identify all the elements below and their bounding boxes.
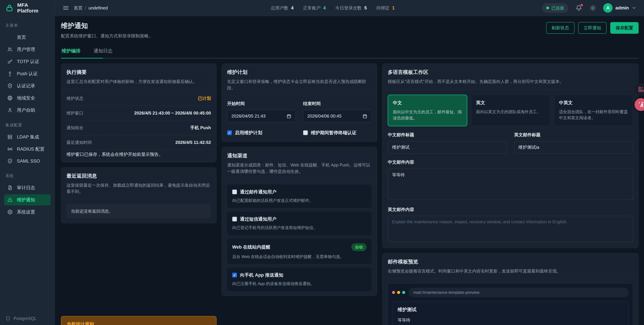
checkbox-label: 启用维护计划 — [235, 130, 262, 136]
status-badge: 已计划 — [198, 95, 211, 101]
channel-desc: 向已配置邮箱的活跃用户发送正式维护邮件。 — [232, 198, 366, 204]
key-icon — [7, 59, 13, 64]
maintenance-plan-card: 维护计划 先定义窗口和登录策略，维护状态卡会立即反映当前是否进入预告或阻断阶段。… — [222, 64, 377, 142]
globe-icon — [7, 95, 13, 101]
start-time-input[interactable]: 2026/04/05 21:43 — [227, 110, 296, 122]
checkbox[interactable] — [232, 273, 237, 278]
start-time-label: 开始时间 — [227, 101, 296, 107]
zh-body-label: 中文邮件内容 — [388, 159, 633, 165]
hamburger-menu-icon[interactable] — [62, 4, 69, 11]
card-title: 最近返回消息 — [66, 173, 211, 179]
row-label: 维护窗口 — [66, 110, 83, 116]
notify-now-button[interactable]: 立即通知 — [578, 22, 606, 34]
breadcrumb-home[interactable]: 首页 — [74, 5, 82, 11]
warning-triangle-icon — [7, 197, 13, 203]
sidebar-item-label: LDAP 集成 — [17, 134, 39, 140]
broadcast-icon — [7, 146, 13, 152]
channel-desc: 后台 Web 在线会话会自动收到实时维护提醒，无需单独勾选。 — [232, 254, 366, 260]
topbar-stats: 总用户数 4 正常账户 4 今日登录次数 5 待绑定 1 — [271, 5, 394, 11]
language-mode-chinese[interactable]: 中文 面向以中文为主的员工，邮件最短、阅读负担最低。 — [388, 95, 467, 126]
en-body-textarea[interactable] — [388, 216, 633, 242]
page-content: 维护通知 配置系统维护窗口、通知方式和登录限制策略。 刷新状态 立即通知 保存配… — [55, 16, 644, 325]
tab-track — [61, 58, 638, 58]
sidebar-item-home[interactable]: 首页 — [4, 32, 51, 43]
checkbox[interactable] — [232, 217, 237, 221]
tab-active-indicator — [61, 58, 103, 58]
card-subtitle: 这里保留最近一次保存、加载或立即通知的返回结果，避免提示条自动关闭后看不到。 — [66, 182, 211, 195]
sun-icon[interactable] — [589, 4, 596, 11]
language-mode-english[interactable]: 英文 面向以英文为主的团队或海外员工。 — [471, 95, 550, 126]
tab-maintenance-orchestration[interactable]: 维护编排 — [62, 48, 80, 58]
sidebar-item-geo-security[interactable]: 地域安全 — [4, 92, 51, 104]
mail-preview-content: 维护测试 等等待 开始时间：2026/4/5 21:43:00 结束时间：202… — [392, 301, 629, 325]
channel-desc: 向已注册手机 App 的设备发送移动推送通知。 — [232, 281, 366, 287]
translate-fab[interactable] — [634, 98, 644, 111]
end-time-input[interactable]: 2026/04/06 00:45 — [303, 110, 372, 122]
sidebar-item-ldap[interactable]: LDAP 集成 — [4, 131, 51, 142]
checkbox[interactable] — [303, 130, 308, 135]
sidebar-item-users[interactable]: 用户管理 — [4, 44, 51, 55]
channel-app-push-toggle[interactable]: 向手机 App 推送通知 — [232, 272, 366, 278]
row-label: 最近通知时间 — [66, 140, 92, 145]
mode-title: 中文 — [393, 100, 462, 106]
sidebar-item-totp[interactable]: TOTP 认证 — [4, 56, 51, 67]
checkbox[interactable] — [227, 130, 232, 135]
summary-row-window: 维护窗口 2026/4/5 21:43:00 ~ 2026/4/6 00:45:… — [66, 106, 211, 120]
mail-subject: 维护测试 — [398, 307, 623, 313]
refresh-status-button[interactable]: 刷新状态 — [546, 22, 574, 34]
stat-label: 总用户数 — [271, 5, 288, 11]
card-title: 多语言模板工作区 — [388, 69, 633, 76]
sidebar-item-maintenance-notice[interactable]: 维护通知 — [4, 194, 51, 205]
channel-email-toggle[interactable]: 通过邮件通知用户 — [232, 189, 366, 195]
bell-icon[interactable] — [575, 4, 582, 12]
sidebar-item-saml[interactable]: SAML SSO — [4, 156, 51, 166]
summary-row-channels: 通知组合 手机 Push — [66, 120, 211, 135]
sidebar-item-radius[interactable]: RADIUS 配置 — [4, 144, 51, 155]
language-mode-bilingual[interactable]: 中英文 适合混合团队，在一封邮件里同时覆盖中文和英文阅读者。 — [554, 95, 633, 126]
user-menu[interactable]: A admin — [603, 3, 636, 13]
preview-url-bar: mail://maintenance-template-preview — [408, 288, 629, 297]
stat-active-accounts: 正常账户 4 — [303, 5, 326, 11]
email-preview-card: 邮件模板预览 右侧预览会随着语言模式、时间窗口和中英文内容实时更新，发送前即可直… — [382, 253, 638, 325]
sidebar-section-integration: 集成配置 — [0, 120, 55, 130]
recent-messages-card: 最近返回消息 这里保留最近一次保存、加载或立即通知的返回结果，避免提示条自动关闭… — [61, 167, 216, 223]
gear-icon — [7, 209, 13, 215]
execution-summary-card: 执行摘要 这里汇总当前配置对用户体验的影响，方便在发送通知前做最后确认。 维护状… — [61, 64, 216, 162]
sidebar-item-self-service[interactable]: 用户自助 — [4, 105, 51, 116]
end-time-label: 结束时间 — [303, 101, 372, 107]
calendar-icon[interactable] — [362, 114, 368, 119]
callout-title: 当前设计原则 — [67, 321, 211, 325]
mail-preview-browser: mail://maintenance-template-preview 维护测试… — [388, 284, 633, 325]
sidebar-item-push[interactable]: Push 认证 — [4, 68, 51, 79]
sidebar-item-auth-records[interactable]: 认证记录 — [4, 80, 51, 91]
sidebar-item-audit-log[interactable]: 审计日志 — [4, 182, 51, 193]
row-label: 维护状态 — [66, 96, 83, 101]
calendar-icon[interactable] — [286, 114, 292, 119]
stat-label: 正常账户 — [303, 5, 321, 11]
mode-desc: 面向以英文为主的团队或海外员工。 — [476, 109, 545, 115]
sidebar-item-label: TOTP 认证 — [17, 58, 39, 65]
checkbox[interactable] — [232, 190, 237, 194]
notification-channels-card: 通知渠道 通知渠道分成四类：邮件、短信、Web 在线提醒、手机 App Push… — [222, 147, 377, 296]
en-subject-label: 英文邮件标题 — [514, 132, 633, 138]
enable-maintenance-checkbox[interactable]: 启用维护计划 — [227, 130, 296, 136]
stat-label: 今日登录次数 — [335, 5, 362, 11]
apps-sparkle-fab[interactable] — [634, 83, 644, 96]
channel-sms-toggle[interactable]: 通过短信通知用户 — [232, 216, 366, 222]
summary-row-status: 维护状态 已计划 — [66, 91, 211, 106]
zh-body-textarea[interactable]: 等等待 — [388, 168, 633, 200]
pause-terminal-auth-checkbox[interactable]: 维护期间暂停终端认证 — [303, 130, 372, 136]
sidebar-item-settings[interactable]: 系统设置 — [4, 206, 51, 218]
channel-email: 通过邮件通知用户 向已配置邮箱的活跃用户发送正式维护邮件。 — [227, 185, 372, 208]
zh-subject-input[interactable] — [388, 141, 507, 153]
sidebar-nav: 主菜单 首页 用户管理 TOTP 认证 Push 认证 认证记录 地域安全 用户… — [0, 16, 55, 312]
card-subtitle: 这里汇总当前配置对用户体验的影响，方便在发送通知前做最后确认。 — [66, 78, 211, 85]
save-config-button[interactable]: 保存配置 — [610, 22, 638, 34]
sidebar-item-label: 审计日志 — [17, 185, 35, 191]
sidebar-section-system: 系统 — [0, 171, 55, 181]
document-icon — [7, 185, 13, 191]
tab-notification-log[interactable]: 通知日志 — [94, 48, 112, 58]
sidebar-item-label: 用户自助 — [17, 107, 35, 113]
en-subject-input[interactable] — [514, 141, 633, 153]
mode-desc: 面向以中文为主的员工，邮件最短、阅读负担最低。 — [393, 109, 462, 121]
